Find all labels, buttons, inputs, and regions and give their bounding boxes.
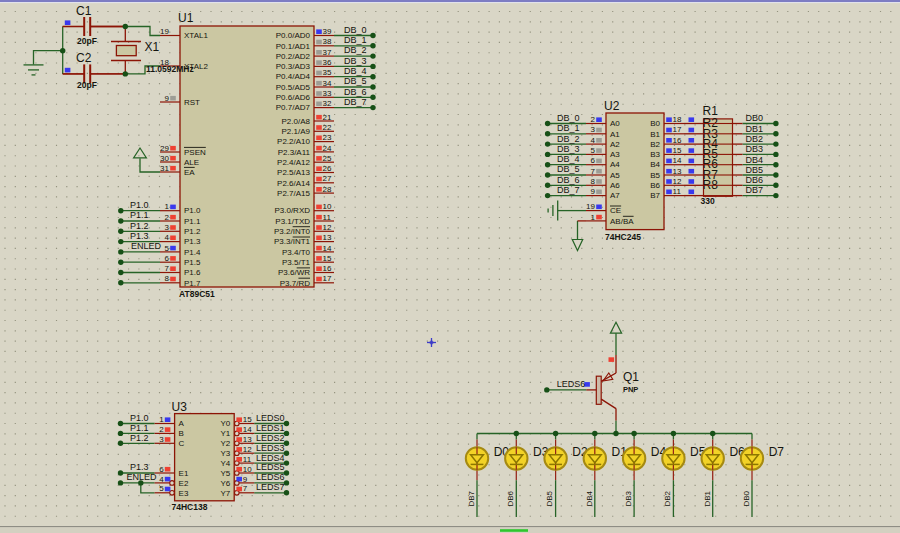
state-square xyxy=(236,467,242,472)
state-square xyxy=(316,81,322,86)
state-square xyxy=(666,169,672,174)
net-label[interactable]: DB_5 xyxy=(557,164,580,174)
state-square xyxy=(666,148,672,153)
net-label[interactable]: ENLED xyxy=(127,472,158,482)
net-label[interactable]: P1.3 xyxy=(130,462,149,472)
net-label[interactable]: DB_3 xyxy=(557,144,580,154)
pin-name: E2 xyxy=(179,479,189,488)
junction-dot xyxy=(370,105,375,110)
junction-dot xyxy=(544,387,549,392)
net-label[interactable]: DB0 xyxy=(742,490,751,506)
net-label[interactable]: DB_2 xyxy=(344,45,367,55)
net-label[interactable]: LEDS5 xyxy=(256,462,285,472)
pin-number: 16 xyxy=(323,264,332,273)
junction-dot xyxy=(284,451,289,456)
pin-name: P0.1/AD1 xyxy=(276,42,311,51)
junction-dot xyxy=(773,131,778,136)
pin-name: P2.5/A13 xyxy=(277,168,310,177)
pin-name: P1.1 xyxy=(184,217,201,226)
junction-dot xyxy=(773,162,778,167)
ic-value: 74HC138 xyxy=(172,502,208,512)
net-label[interactable]: DB7 xyxy=(467,490,476,506)
junction-dot xyxy=(545,131,550,136)
net-label[interactable]: DB5 xyxy=(746,165,764,175)
net-label[interactable]: DB_6 xyxy=(344,87,367,97)
net-label[interactable]: DB_4 xyxy=(344,66,367,76)
net-label[interactable]: LEDS2 xyxy=(256,433,285,443)
net-label[interactable]: P1.1 xyxy=(130,210,149,220)
pin-number: 7 xyxy=(165,264,170,273)
net-label[interactable]: DB2 xyxy=(663,490,672,506)
pin-name: P0.4/AD4 xyxy=(276,72,311,81)
pin-name: Y5 xyxy=(220,469,230,478)
net-label[interactable]: DB6 xyxy=(506,490,515,506)
net-label[interactable]: DB1 xyxy=(703,490,712,506)
net-label[interactable]: LEDS6 xyxy=(256,472,285,482)
net-label[interactable]: DB_3 xyxy=(344,56,367,66)
net-label[interactable]: ENLED xyxy=(131,241,162,251)
state-square xyxy=(316,266,322,271)
junction-dot xyxy=(592,431,597,436)
pin-name: E3 xyxy=(179,489,189,498)
net-label[interactable]: DB_7 xyxy=(344,97,367,107)
net-label[interactable]: DB1 xyxy=(746,124,764,134)
pin-name: B2 xyxy=(650,140,660,149)
net-label[interactable]: P1.0 xyxy=(130,413,149,423)
schematic-canvas[interactable]: 19XTAL118XTAL29RST29PSEN30ALE31EA1P1.02P… xyxy=(0,0,900,533)
window-bottom-border xyxy=(0,526,900,527)
net-label[interactable]: LEDS3 xyxy=(256,443,285,453)
pin-name: P0.6/AD6 xyxy=(276,93,311,102)
pin-name: AB/BA xyxy=(610,217,634,226)
net-label[interactable]: LEDS6 xyxy=(557,379,586,389)
net-label[interactable]: DB5 xyxy=(545,490,554,506)
net-label[interactable]: DB2 xyxy=(746,134,764,144)
net-label[interactable]: DB3 xyxy=(624,490,633,506)
net-label[interactable]: P1.2 xyxy=(130,221,149,231)
net-label[interactable]: DB_5 xyxy=(344,76,367,86)
net-label[interactable]: DB_7 xyxy=(557,185,580,195)
net-label[interactable]: P1.3 xyxy=(130,231,149,241)
pin-number: 19 xyxy=(160,27,169,36)
pin-name: P3.6/WR xyxy=(278,268,310,277)
net-label[interactable]: P1.1 xyxy=(130,423,149,433)
pin-number: 3 xyxy=(591,125,596,134)
state-square xyxy=(170,156,176,161)
net-label[interactable]: DB_0 xyxy=(344,25,367,35)
state-square xyxy=(316,29,322,34)
net-label[interactable]: DB0 xyxy=(746,113,764,123)
net-label[interactable]: DB_1 xyxy=(557,123,580,133)
net-label[interactable]: DB6 xyxy=(746,175,764,185)
net-label[interactable]: LEDS4 xyxy=(256,453,285,463)
pin-number: 9 xyxy=(243,475,248,484)
state-square xyxy=(316,40,322,45)
net-label[interactable]: LEDS7 xyxy=(256,482,285,492)
pin-number: 32 xyxy=(323,99,332,108)
net-label[interactable]: DB_1 xyxy=(344,35,367,45)
pin-number: 31 xyxy=(160,164,169,173)
pin-number: 30 xyxy=(160,154,169,163)
net-label[interactable]: LEDS0 xyxy=(256,413,285,423)
pin-number: 1 xyxy=(591,213,596,222)
pin-name: XTAL1 xyxy=(184,31,208,40)
net-label[interactable]: DB_0 xyxy=(557,113,580,123)
net-label[interactable]: DB3 xyxy=(746,144,764,154)
net-label[interactable]: P1.2 xyxy=(130,433,149,443)
net-label[interactable]: DB4 xyxy=(585,490,594,506)
pin-name: P2.0/A8 xyxy=(282,117,311,126)
net-label[interactable]: DB7 xyxy=(746,185,764,195)
net-label[interactable]: LEDS1 xyxy=(256,423,285,433)
scroll-indicator xyxy=(500,529,528,532)
junction-dot xyxy=(118,441,123,446)
net-label[interactable]: DB_2 xyxy=(557,134,580,144)
junction-dot xyxy=(545,121,550,126)
state-square xyxy=(65,20,71,25)
net-label[interactable]: DB4 xyxy=(746,155,764,165)
net-label[interactable]: DB_4 xyxy=(557,154,580,164)
pin-number: 38 xyxy=(323,37,332,46)
junction-dot xyxy=(545,162,550,167)
component-u1[interactable]: 19XTAL118XTAL29RST29PSEN30ALE31EA1P1.02P… xyxy=(160,11,334,299)
pin-name: P1.6 xyxy=(184,268,201,277)
net-label[interactable]: DB_6 xyxy=(557,175,580,185)
pin-number: 29 xyxy=(160,144,169,153)
net-label[interactable]: P1.0 xyxy=(130,200,149,210)
